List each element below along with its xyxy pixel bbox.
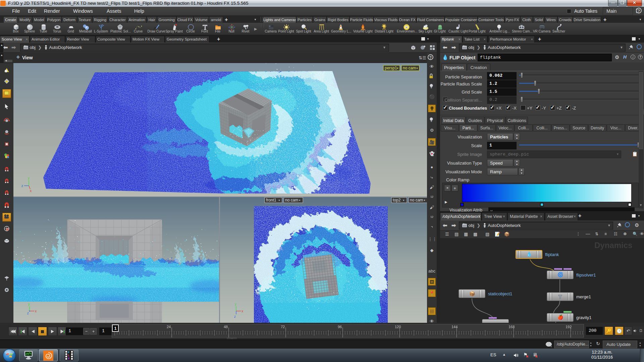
- svg-text:persp1: persp1: [385, 66, 397, 70]
- svg-text:top2: top2: [393, 198, 401, 202]
- svg-text:V: V: [68, 357, 70, 360]
- svg-text:no cam: no cam: [403, 66, 416, 70]
- svg-text:x: x: [241, 309, 243, 313]
- svg-text:x: x: [35, 309, 37, 313]
- svg-text:▼: ▼: [423, 199, 426, 201]
- svg-text:z: z: [21, 184, 23, 188]
- svg-text:▼: ▼: [299, 199, 301, 201]
- svg-text:▼: ▼: [416, 67, 418, 69]
- svg-text:▼: ▼: [278, 199, 280, 201]
- svg-text:front1: front1: [266, 198, 276, 202]
- svg-text:192: 192: [566, 325, 572, 329]
- svg-text:24: 24: [167, 325, 171, 329]
- svg-text:96: 96: [338, 325, 342, 329]
- svg-text:z: z: [234, 315, 236, 318]
- svg-text:48: 48: [224, 325, 228, 329]
- svg-text:▼: ▼: [396, 67, 399, 69]
- svg-text:y: y: [28, 302, 30, 306]
- svg-text:168: 168: [508, 325, 515, 329]
- svg-text:▼: ▼: [402, 199, 405, 201]
- svg-text:y: y: [28, 176, 30, 180]
- svg-text:no cam: no cam: [410, 198, 423, 202]
- svg-text:120: 120: [395, 325, 401, 329]
- svg-text:no cam: no cam: [285, 198, 298, 202]
- svg-text:y: y: [235, 302, 236, 306]
- svg-text:72: 72: [281, 325, 285, 329]
- svg-text:z: z: [27, 311, 29, 315]
- svg-text:x: x: [30, 189, 32, 193]
- svg-text:144: 144: [451, 325, 458, 329]
